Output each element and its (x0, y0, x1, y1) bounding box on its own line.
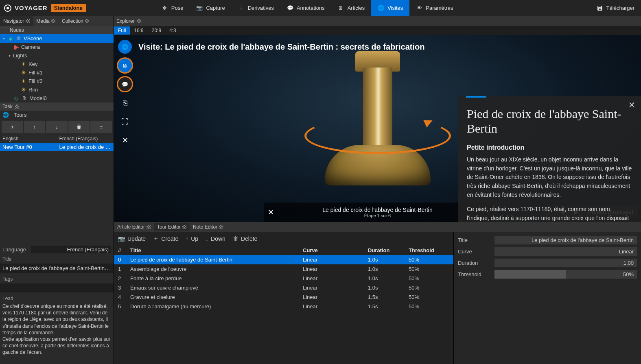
update-button[interactable]: 📷Update (118, 235, 146, 242)
globe-icon: 🌐 (2, 112, 9, 118)
close-article-icon[interactable]: ✕ (628, 100, 635, 110)
arrow-down-icon: ↓ (206, 235, 208, 242)
language-field[interactable]: LanguageFrench (Français) (0, 244, 114, 255)
nav-pose[interactable]: ✥Pose (155, 0, 190, 16)
lead-textarea[interactable]: Ce chef d'oeuvre unique au monde a été r… (0, 303, 114, 364)
tools-icon[interactable]: ✕ (118, 133, 132, 147)
file-icon: 🗎 (338, 5, 344, 11)
step-row[interactable]: 1Assemblage de l'oeuvreLinear1.0s50% (114, 264, 453, 274)
tab-navigator[interactable]: Navigator (0, 16, 33, 26)
comment-tool-icon[interactable]: 💬 (118, 77, 132, 91)
step-row[interactable]: 2Fonte à la cire perdueLinear1.0s50% (114, 274, 453, 283)
save-icon (597, 5, 603, 11)
trash-icon: 🗑 (233, 235, 238, 242)
task-tours[interactable]: 🌐 Tours (0, 111, 114, 119)
nav-capture[interactable]: 📷Capture (190, 0, 231, 16)
prop-threshold-slider[interactable]: 50% (494, 270, 637, 279)
step-row[interactable]: 3Émaux sur cuivre champlevéLinear1.0s50% (114, 283, 453, 292)
nav-paramètres[interactable]: 👁Paramètres (409, 0, 459, 16)
tree-node-camera[interactable]: ▮▸Camera (0, 43, 114, 51)
nav-articles[interactable]: 🗎Articles (331, 0, 372, 16)
aspect-16:9[interactable]: 16:9 (130, 26, 147, 35)
menu-button[interactable]: ≡ (90, 121, 112, 133)
model-placeholder (304, 55, 451, 202)
file-icon: 🗎 (15, 35, 22, 41)
title-input[interactable]: Le pied de croix de l'abbaye de Saint-Be… (0, 264, 114, 273)
task-header: Task (0, 102, 114, 111)
tree-node-scene[interactable]: ▾◈🗎VScene (0, 34, 114, 43)
article-paragraph: Ce pied, réalisé vers 1170-11180, était,… (467, 205, 632, 222)
tree-node-light[interactable]: ☀Key (0, 60, 114, 68)
light-icon: ☀ (20, 61, 27, 67)
file-icon: 🗎 (21, 95, 28, 101)
step-row[interactable]: 0Le pied de croix de l'abbaye de Saint-B… (114, 255, 453, 264)
grid-icon (147, 225, 151, 229)
move-down-button[interactable]: ↓ (46, 121, 68, 133)
grid-icon (26, 19, 30, 23)
move-up-button[interactable]: ↑ (24, 121, 46, 133)
delete-step-button[interactable]: 🗑Delete (233, 235, 257, 242)
title-label: Title (0, 255, 114, 264)
step-caption-bar: ✕ Le pied de croix de l'abbaye de Saint-… (264, 203, 492, 222)
grid-icon (219, 225, 223, 229)
language-tool-icon[interactable]: 🌐 (118, 40, 132, 54)
fullscreen-icon[interactable]: ⛶ (118, 115, 132, 129)
aspect-Full[interactable]: Full (114, 26, 130, 35)
main-nav: ✥Pose📷Capture⛬Derivatives💬Annotations🗎Ar… (155, 0, 460, 16)
plus-icon: ＋ (153, 235, 159, 242)
globe-icon: 🌐 (378, 5, 384, 11)
tags-label: Tags (0, 275, 114, 283)
prop-title-input[interactable]: Le pied de croix de l'abbaye de Saint-Be… (494, 236, 637, 244)
nav-annotations[interactable]: 💬Annotations (280, 0, 331, 16)
nav-derivatives[interactable]: ⛬Derivatives (232, 0, 280, 16)
article-tool-icon[interactable]: 🗎 (118, 59, 132, 72)
tree-node-light[interactable]: ☀Rim (0, 85, 114, 94)
orbit-arrow-icon (304, 118, 451, 154)
share-icon[interactable]: ⎘ (118, 96, 132, 110)
close-caption-icon[interactable]: ✕ (268, 208, 274, 217)
tree-node-lights[interactable]: ▾Lights (0, 51, 114, 60)
lead-label: Lead (0, 294, 114, 303)
tab-collection[interactable]: Collection (59, 16, 92, 26)
explorer-header: Explorer (114, 16, 641, 26)
brand-name: VOYAGER (15, 4, 48, 11)
tree-node-light[interactable]: ☀Fill #1 (0, 68, 114, 77)
left-tabs: Navigator Media Collection (0, 16, 114, 26)
tab-note-editor[interactable]: Note Editor (190, 223, 226, 231)
add-button[interactable]: ＋ (2, 121, 23, 133)
camera-icon: 📷 (118, 235, 125, 242)
tab-article-editor[interactable]: Article Editor (114, 223, 154, 231)
article-overlay: ✕ Pied de croix de l'abbaye Saint-Bertin… (458, 96, 641, 222)
tree-node-light[interactable]: ☀Fill #2 (0, 77, 114, 85)
tags-input[interactable] (0, 283, 114, 292)
grid-icon (15, 105, 19, 109)
hierarchy-icon: ⛶ (2, 27, 7, 33)
tour-row[interactable]: New Tour #0Le pied de croix de l'a... (0, 143, 114, 151)
left-panel: Navigator Media Collection ⛶Nodes ▾◈🗎VSc… (0, 16, 114, 364)
aspect-4:3[interactable]: 4:3 (165, 26, 180, 35)
cube-icon: ◇ (13, 95, 20, 101)
delete-button[interactable] (68, 121, 90, 133)
aspect-tabs: Full16:920:94:3 (114, 26, 641, 35)
eye-icon: 👁 (416, 5, 422, 11)
tab-media[interactable]: Media (33, 16, 59, 26)
nav-visites[interactable]: 🌐Visites (371, 0, 409, 16)
step-properties: TitleLe pied de croix de l'abbaye de Sai… (454, 232, 641, 364)
step-row[interactable]: 5Dorure à l'amalgame (au mercure)Linear1… (114, 302, 453, 311)
tree-node-model[interactable]: ◇🗎Model0 (0, 94, 114, 102)
brand: VOYAGER Standalone (0, 4, 90, 12)
camera-icon: ▮▸ (13, 44, 20, 50)
up-button[interactable]: ↑Up (186, 235, 198, 242)
create-button[interactable]: ＋Create (153, 235, 178, 242)
aspect-20:9[interactable]: 20:9 (148, 26, 165, 35)
article-subtitle: Petite introduction (467, 144, 632, 151)
down-button[interactable]: ↓Down (206, 235, 225, 242)
step-row[interactable]: 4Gravure et ciselureLinear1.5s50% (114, 292, 453, 302)
tour-lang-header: EnglishFrench (Français) (0, 135, 114, 143)
camera-icon: 📷 (196, 5, 203, 11)
tab-tour-editor[interactable]: Tour Editor (154, 223, 190, 231)
prop-duration-input[interactable]: 1.00 (494, 259, 637, 267)
download-button[interactable]: Télécharger (590, 0, 641, 16)
prop-curve-select[interactable]: Linear (494, 247, 637, 256)
grid-icon (182, 225, 186, 229)
